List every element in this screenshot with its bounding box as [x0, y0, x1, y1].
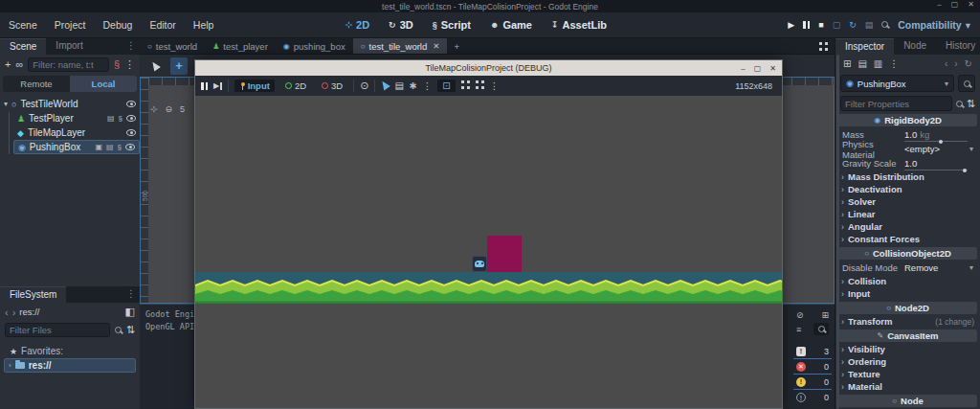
physics-material-dropdown[interactable]: <empty> ▾: [904, 144, 973, 154]
gravity-slider[interactable]: [904, 170, 968, 170]
workspace-3d-button[interactable]: ↻ 3D: [381, 17, 421, 33]
copy-output-button[interactable]: ⊞: [821, 310, 829, 320]
group-ordering[interactable]: › Ordering: [835, 355, 980, 368]
group-deactivation[interactable]: › Deactivation: [835, 183, 980, 195]
visibility-eye-icon[interactable]: [126, 129, 136, 136]
pause-button[interactable]: [803, 21, 810, 29]
more-options-icon[interactable]: ⋮: [423, 80, 433, 91]
pause-game-button[interactable]: [201, 82, 208, 90]
detach-script-icon[interactable]: §: [114, 59, 120, 70]
close-tab-icon[interactable]: ✕: [433, 41, 439, 51]
group-solver[interactable]: › Solver: [835, 195, 980, 208]
next-instance-button[interactable]: ⊙: [360, 80, 368, 92]
reload-project-button[interactable]: ↻: [849, 20, 857, 30]
editable-children-icon[interactable]: ▣: [95, 143, 102, 151]
camera-override-button[interactable]: ⊡: [437, 80, 455, 92]
move-tool-button[interactable]: +: [170, 57, 188, 75]
group-angular[interactable]: › Angular: [835, 220, 980, 233]
zoom-level[interactable]: 5: [180, 104, 185, 114]
game-view[interactable]: [195, 96, 782, 408]
workspace-game-button[interactable]: ☻ Game: [482, 17, 540, 33]
close-button[interactable]: ✕: [769, 64, 776, 73]
menu-scene[interactable]: Scene: [0, 19, 46, 31]
scene-tab-test-player[interactable]: ♟ test_player: [205, 38, 276, 54]
pan-icon[interactable]: ⊹: [150, 104, 158, 114]
fs-row-res[interactable]: › res://: [4, 358, 136, 373]
open-documentation-button[interactable]: [958, 75, 975, 92]
resource-menu-icon[interactable]: ⋮: [889, 58, 899, 69]
visibility-eye-icon[interactable]: [126, 101, 136, 107]
menu-help[interactable]: Help: [185, 19, 223, 31]
embed-options-icon[interactable]: ⋮: [490, 80, 500, 91]
open-scene-icon[interactable]: ▤: [106, 143, 114, 151]
shrink-view-button[interactable]: [461, 80, 470, 91]
history-back-icon[interactable]: ‹: [945, 58, 947, 69]
input-mode-button[interactable]: Input: [234, 80, 275, 92]
scene-tab-test-world[interactable]: ○ test_world: [140, 38, 205, 54]
tab-history[interactable]: History: [936, 38, 980, 55]
new-tab-button[interactable]: +: [447, 38, 466, 54]
debug-game-window[interactable]: TileMapColisionProject (DEBUG) – ▢ ✕ ▶ I…: [194, 59, 783, 409]
expand-arrow-icon[interactable]: ›: [9, 361, 11, 370]
save-resource-button[interactable]: ▥: [874, 58, 882, 69]
dock-menu-icon[interactable]: ⋮: [122, 286, 140, 303]
property-filter-input[interactable]: [840, 96, 952, 111]
tab-scene[interactable]: Scene: [0, 38, 46, 55]
instantiate-scene-button[interactable]: ∞: [15, 59, 23, 70]
maximize-button[interactable]: ▢: [754, 64, 762, 73]
scene-tab-test-tile-world[interactable]: ○ test_tile_world ✕: [353, 38, 448, 54]
tab-import[interactable]: Import: [46, 38, 92, 55]
error-count-toggle[interactable]: ✕ 0: [793, 359, 832, 375]
group-mass-distribution[interactable]: › Mass Distribution: [835, 170, 980, 183]
open-scene-icon[interactable]: ▤: [107, 114, 115, 123]
scene-filter-input[interactable]: [28, 57, 109, 72]
fs-path-breadcrumb[interactable]: res://: [19, 307, 121, 317]
group-input[interactable]: › Input: [835, 287, 980, 300]
debug-window-titlebar[interactable]: TileMapColisionProject (DEBUG) – ▢ ✕: [195, 60, 782, 76]
inspector-scrollbar[interactable]: [836, 55, 839, 409]
play-button[interactable]: ▶: [788, 20, 794, 30]
menu-editor[interactable]: Editor: [141, 19, 184, 31]
tab-node[interactable]: Node: [894, 38, 936, 55]
group-linear[interactable]: › Linear: [835, 208, 980, 220]
collapse-arrow-icon[interactable]: ▾: [4, 100, 8, 108]
group-constant-forces[interactable]: › Constant Forces: [835, 233, 980, 245]
group-collision[interactable]: › Collision: [835, 275, 980, 287]
close-button[interactable]: ✕: [968, 0, 974, 9]
group-visibility[interactable]: › Visibility: [835, 343, 980, 355]
property-options-icon[interactable]: ⇅: [967, 99, 975, 109]
expand-view-button[interactable]: [476, 80, 484, 91]
add-node-button[interactable]: +: [5, 59, 11, 70]
workspace-assetlib-button[interactable]: ↧ AssetLib: [544, 17, 614, 33]
zoom-out-icon[interactable]: ⊖: [166, 104, 173, 114]
tree-row-testtileworld[interactable]: ▾ ○ TestTileWorld: [0, 97, 140, 111]
mass-value-field[interactable]: 1.0 kg: [904, 129, 973, 140]
script-icon[interactable]: §: [119, 114, 122, 123]
fs-filter-input[interactable]: [5, 323, 110, 337]
message-count-toggle[interactable]: ! 3: [793, 344, 832, 359]
tree-row-tilemaplayer[interactable]: ◆ TileMapLayer: [0, 125, 140, 140]
2d-view-button[interactable]: 2D: [280, 80, 311, 92]
visibility-eye-icon[interactable]: [125, 144, 135, 150]
minimize-button[interactable]: –: [937, 0, 941, 9]
menu-debug[interactable]: Debug: [94, 19, 141, 31]
scene-menu-icon[interactable]: ⋮: [124, 59, 135, 70]
warning-count-toggle[interactable]: ! 0: [793, 375, 832, 390]
3d-view-button[interactable]: 3D: [317, 80, 347, 92]
forward-icon[interactable]: ›: [12, 307, 16, 318]
remote-tab[interactable]: Remote: [3, 76, 70, 92]
output-log[interactable]: Godot Engine OpenGL API: [140, 305, 194, 337]
local-tab[interactable]: Local: [70, 76, 137, 92]
group-transform[interactable]: › Transform (1 change): [835, 315, 980, 328]
next-frame-button[interactable]: ▶: [213, 81, 222, 90]
select-tool-button[interactable]: [146, 57, 164, 75]
list-select-button[interactable]: ▤: [394, 80, 403, 91]
visibility-eye-icon[interactable]: [126, 115, 136, 122]
disable-mode-dropdown[interactable]: Remove ▾: [904, 262, 973, 273]
selection-options-button[interactable]: ✱: [410, 80, 417, 91]
play-custom-scene-button[interactable]: [881, 20, 888, 30]
stop-button[interactable]: ■: [818, 20, 823, 30]
edited-node-selector[interactable]: ◉ PushingBox ▾: [840, 75, 954, 92]
split-view-icon[interactable]: ◧: [125, 307, 135, 317]
menu-project[interactable]: Project: [46, 19, 95, 31]
